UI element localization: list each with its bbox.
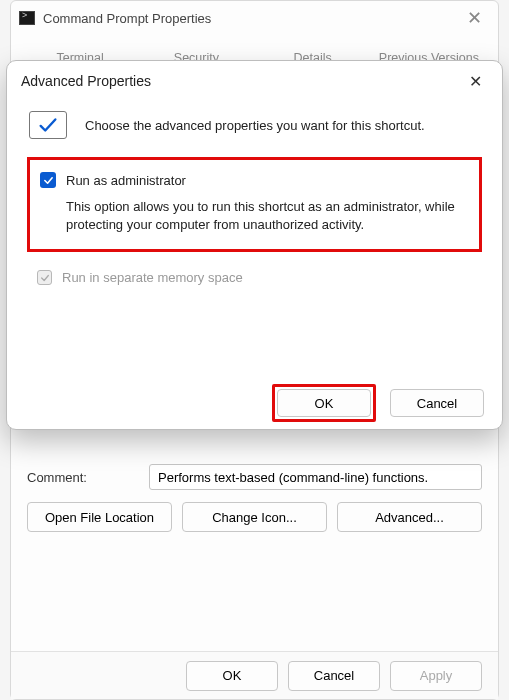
intro-row: Choose the advanced properties you want … (29, 111, 484, 139)
dialog-body: Choose the advanced properties you want … (7, 101, 502, 285)
run-as-admin-section: Run as administrator This option allows … (27, 157, 482, 252)
change-icon-button[interactable]: Change Icon... (182, 502, 327, 532)
advanced-button[interactable]: Advanced... (337, 502, 482, 532)
close-icon[interactable]: ✕ (459, 5, 490, 31)
apply-button: Apply (390, 661, 482, 691)
dialog-title: Advanced Properties (21, 73, 151, 89)
ok-highlight: OK (272, 384, 376, 422)
cmd-icon (19, 11, 35, 25)
ok-button[interactable]: OK (186, 661, 278, 691)
comment-label: Comment: (27, 470, 137, 485)
dialog-footer: OK Cancel (7, 377, 502, 429)
run-as-admin-checkbox[interactable] (40, 172, 56, 188)
run-as-admin-label: Run as administrator (66, 173, 186, 188)
separate-memory-label: Run in separate memory space (62, 270, 243, 285)
advanced-properties-dialog: Advanced Properties ✕ Choose the advance… (6, 60, 503, 430)
dialog-cancel-button[interactable]: Cancel (390, 389, 484, 417)
separate-memory-checkbox (37, 270, 52, 285)
cancel-button[interactable]: Cancel (288, 661, 380, 691)
dialog-titlebar: Advanced Properties ✕ (7, 61, 502, 101)
dialog-close-icon[interactable]: ✕ (463, 68, 488, 95)
intro-text: Choose the advanced properties you want … (85, 118, 425, 133)
comment-input[interactable] (149, 464, 482, 490)
titlebar: Command Prompt Properties ✕ (11, 1, 498, 35)
properties-footer: OK Cancel Apply (11, 651, 498, 699)
run-as-admin-row[interactable]: Run as administrator (40, 172, 465, 188)
shortcut-check-icon (29, 111, 67, 139)
window-title: Command Prompt Properties (43, 11, 211, 26)
open-file-location-button[interactable]: Open File Location (27, 502, 172, 532)
dialog-ok-button[interactable]: OK (277, 389, 371, 417)
comment-row: Comment: (27, 464, 482, 490)
separate-memory-row: Run in separate memory space (37, 270, 480, 285)
run-as-admin-description: This option allows you to run this short… (66, 198, 465, 233)
shortcut-button-row: Open File Location Change Icon... Advanc… (27, 502, 482, 532)
